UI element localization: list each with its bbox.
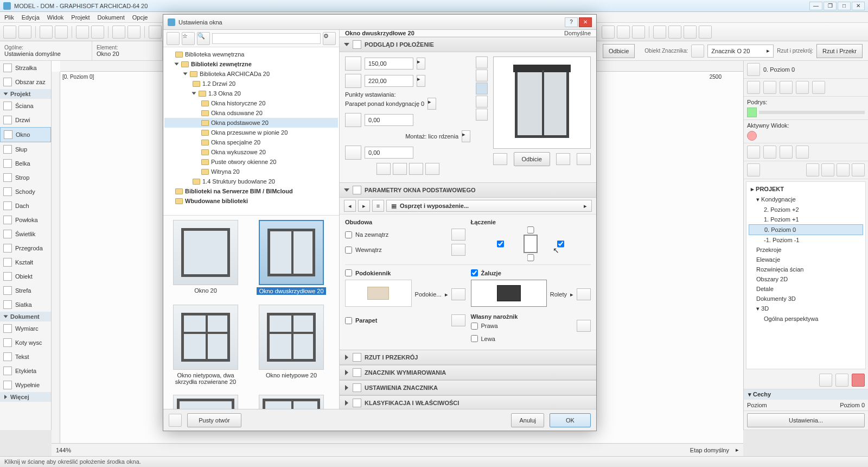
nav-t1-icon[interactable]: [747, 146, 760, 159]
pv-tool5-icon[interactable]: [476, 109, 488, 121]
nav-level[interactable]: 0. Poziom 0: [763, 66, 865, 73]
menu-widok[interactable]: Widok: [47, 14, 64, 21]
preview-3d[interactable]: [493, 56, 591, 149]
width-link-icon[interactable]: ▸: [417, 58, 425, 70]
chk-left[interactable]: [497, 241, 504, 248]
tree-p0[interactable]: 0. Poziom 0: [749, 224, 863, 235]
chk-prawa[interactable]: [471, 323, 478, 330]
pv-tool3-icon[interactable]: [476, 83, 488, 94]
thumb-okno20[interactable]: Okno 20: [168, 220, 244, 295]
lib-node-ac20[interactable]: Biblioteka ARCHICADa 20: [164, 69, 338, 79]
window-maximize-button[interactable]: □: [838, 2, 851, 10]
anchor4-icon[interactable]: [425, 163, 439, 175]
tree-3d[interactable]: ▾ 3D: [749, 304, 863, 314]
tool-slup[interactable]: Słup: [0, 142, 51, 156]
height-link-icon[interactable]: ▸: [417, 75, 425, 87]
nav-ico1-icon[interactable]: [747, 81, 760, 94]
menu-edycja[interactable]: Edycja: [22, 14, 40, 21]
subtab-list-icon[interactable]: ≡: [372, 200, 384, 212]
lib-c4[interactable]: Okna specjalne 20: [164, 137, 338, 147]
tool-wypelnie[interactable]: Wypełnie: [0, 378, 51, 392]
section-ust-znacz[interactable]: USTAWIENIA ZNACZNIKA: [340, 380, 596, 395]
widok-rec-icon[interactable]: [747, 131, 757, 141]
section-podglad[interactable]: PODGLĄD I POŁOŻENIE: [340, 37, 596, 52]
wewn-opt-icon[interactable]: [451, 244, 465, 256]
tree-rozw[interactable]: Rozwinięcia ścian: [749, 264, 863, 274]
tree-przekroje[interactable]: Przekroje: [749, 245, 863, 255]
lib-c1[interactable]: Okna odsuwane 20: [164, 108, 338, 118]
sill-link-icon[interactable]: ▸: [427, 98, 436, 110]
tool-tekst[interactable]: Tekst: [0, 350, 51, 364]
lib-search-input[interactable]: [212, 33, 321, 44]
anchor3-icon[interactable]: [409, 163, 423, 175]
ts-snap2-icon[interactable]: [668, 26, 681, 39]
nav-view-icon[interactable]: [747, 63, 760, 76]
cancel-button[interactable]: Anuluj: [511, 413, 544, 427]
lib-node-struct[interactable]: 1.4 Struktury budowlane 20: [164, 176, 338, 186]
ts-line-icon[interactable]: [602, 26, 615, 39]
ts-snap4-icon[interactable]: [699, 26, 712, 39]
tb-redo-icon[interactable]: [55, 26, 68, 39]
footer-fav-icon[interactable]: [169, 414, 182, 427]
nav-delete-icon[interactable]: [852, 374, 865, 387]
zaluzje-opt-icon[interactable]: [577, 288, 591, 300]
chk-podokiennik[interactable]: [345, 269, 352, 276]
open-in-icon[interactable]: [556, 153, 570, 165]
nav-l3-icon[interactable]: [837, 163, 850, 176]
lib-node-okna[interactable]: 1.3 Okna 20: [164, 89, 338, 98]
subtab-next[interactable]: ▸: [358, 200, 370, 212]
empty-opening-button[interactable]: Pusty otwór: [187, 413, 241, 427]
width-icon[interactable]: [345, 56, 361, 71]
lib-search-icon[interactable]: 🔍: [197, 32, 210, 45]
nav-tabs-icon[interactable]: [747, 163, 760, 176]
lib-c2[interactable]: Okna podstawowe 20: [164, 118, 338, 128]
tree-p2[interactable]: 2. Poziom +2: [749, 205, 863, 214]
tool-okno[interactable]: Okno: [0, 127, 51, 142]
lib-node-bim[interactable]: Biblioteki na Serwerze BIM / BIMcloud: [164, 186, 338, 196]
nav-l4-icon[interactable]: [852, 163, 865, 176]
tree-2d[interactable]: Obszary 2D: [749, 274, 863, 284]
parapet-opt-icon[interactable]: [451, 314, 465, 326]
nav-ico3-icon[interactable]: [780, 81, 793, 94]
menu-projekt[interactable]: Projekt: [71, 14, 90, 21]
ts-snap3-icon[interactable]: [684, 26, 697, 39]
tool-marquee[interactable]: Obszar zaz: [0, 75, 51, 89]
lib-c0[interactable]: Okna historyczne 20: [164, 98, 338, 108]
tree-3ddoc[interactable]: Dokumenty 3D: [749, 294, 863, 304]
rolety-dd[interactable]: Rolety: [550, 291, 567, 298]
window-restore-button[interactable]: ❐: [824, 2, 837, 10]
ok-button[interactable]: OK: [550, 413, 591, 427]
general-value[interactable]: Ustawienia domyślne: [4, 51, 87, 57]
library-preview[interactable]: Okno 20 Okno dwuskrzydłowe 20 Okno niety…: [163, 216, 339, 409]
thumb-okno-niet2[interactable]: Okno nietypowe 20: [253, 305, 329, 385]
chk-wewn[interactable]: [345, 247, 352, 254]
nav-l1-icon[interactable]: [806, 163, 819, 176]
tool-siatka[interactable]: Siatka: [0, 298, 51, 312]
nav-ico4-icon[interactable]: [796, 81, 809, 94]
ts-arc-icon[interactable]: [617, 26, 630, 39]
pv-tool2-icon[interactable]: [476, 70, 488, 81]
tool-arrow[interactable]: Strzałka: [0, 61, 51, 75]
tool-schody[interactable]: Schody: [0, 185, 51, 199]
chk-zaluzje[interactable]: [471, 269, 478, 276]
height-icon[interactable]: [345, 74, 361, 88]
tree-kond[interactable]: ▾ Kondygnacje: [749, 194, 863, 205]
lib-node-external[interactable]: Biblioteki zewnętrzne: [164, 59, 338, 69]
anchor1-icon[interactable]: [376, 163, 391, 175]
tool-dach[interactable]: Dach: [0, 199, 51, 213]
nav-ico2-icon[interactable]: [763, 81, 776, 94]
group-projekt[interactable]: Projekt: [0, 89, 51, 99]
dialog-close-button[interactable]: ✕: [579, 17, 592, 27]
tool-przegroda[interactable]: Przegroda: [0, 241, 51, 255]
lib-node-internal[interactable]: Biblioteka wewnętrzna: [164, 49, 338, 59]
tb-open-icon[interactable]: [18, 26, 31, 39]
sill-icon[interactable]: [345, 113, 361, 127]
chk-top[interactable]: [527, 226, 534, 234]
nav-ico5-icon[interactable]: [812, 81, 825, 94]
menu-plik[interactable]: Plik: [4, 14, 14, 21]
ustawienia-button[interactable]: Ustawienia...: [747, 413, 865, 427]
mount-input[interactable]: 0,00: [365, 147, 413, 159]
nav-l2-icon[interactable]: [821, 163, 834, 176]
tree-elewacje[interactable]: Elewacje: [749, 255, 863, 264]
open-out-icon[interactable]: [577, 153, 591, 165]
